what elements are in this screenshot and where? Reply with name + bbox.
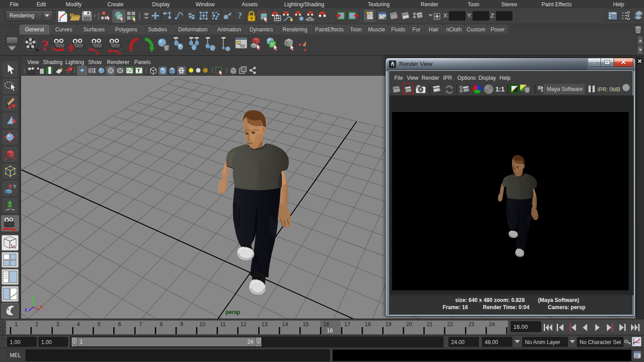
svg-text:?: ? xyxy=(41,37,49,54)
svg-text:Maya Software: Maya Software xyxy=(547,86,583,92)
svg-text:IPR: 0MB: IPR: 0MB xyxy=(597,86,620,93)
svg-text:z: z xyxy=(25,307,27,312)
svg-text:persp: persp xyxy=(226,309,240,315)
svg-text:x: x xyxy=(40,304,43,309)
svg-text:+: + xyxy=(70,68,72,70)
svg-text:1:1: 1:1 xyxy=(495,86,504,93)
svg-text:y: y xyxy=(31,295,34,300)
svg-text:T: T xyxy=(137,68,140,73)
